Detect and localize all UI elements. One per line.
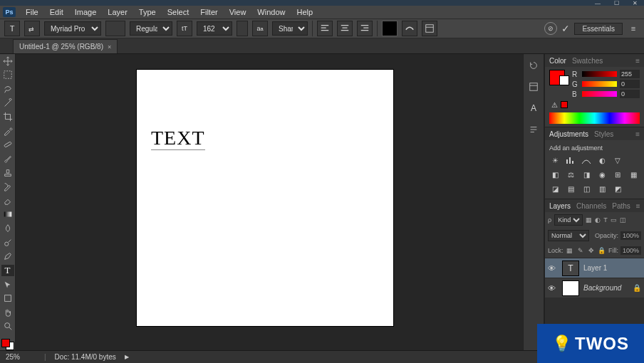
minimize-button[interactable]: — [593, 1, 603, 5]
font-size-select[interactable]: 162 pt [197, 21, 232, 36]
menu-image[interactable]: Image [69, 8, 103, 16]
r-slider[interactable] [582, 71, 617, 77]
menu-window[interactable]: Window [251, 8, 291, 16]
zoom-tool[interactable] [1, 321, 14, 332]
stamp-tool[interactable] [1, 167, 14, 179]
tab-close-button[interactable]: × [108, 43, 111, 51]
close-button[interactable]: ✕ [630, 1, 640, 5]
vibrance-button[interactable]: ▽ [612, 155, 623, 165]
menu-help[interactable]: Help [291, 8, 318, 16]
paragraph-panel-icon-button[interactable] [526, 122, 541, 137]
filter-kind-select[interactable]: Kind [554, 214, 583, 226]
hand-tool[interactable] [1, 307, 14, 318]
crop-tool[interactable] [1, 111, 14, 122]
b-slider[interactable] [582, 91, 617, 97]
lock-position-button[interactable]: ✥ [587, 246, 595, 256]
gradient-tool[interactable] [1, 209, 14, 221]
channels-tab[interactable]: Channels [576, 202, 606, 210]
wand-tool[interactable] [1, 98, 14, 109]
workspace-menu-button[interactable]: ≡ [627, 24, 640, 33]
bw-button[interactable]: ◨ [581, 169, 592, 179]
font-style-select[interactable]: Regular [130, 21, 172, 36]
panel-background-swatch[interactable] [559, 75, 569, 85]
warp-text-button[interactable] [402, 21, 417, 36]
gamut-warning-icon[interactable]: ⚠ [549, 100, 559, 110]
levels-button[interactable] [565, 155, 576, 165]
menu-edit[interactable]: Edit [44, 8, 69, 16]
blur-tool[interactable] [1, 223, 14, 234]
doc-info[interactable]: Doc: 11.4M/0 bytes [55, 353, 116, 361]
gradient-map-button[interactable]: ▥ [596, 184, 608, 194]
exposure-button[interactable]: ◐ [596, 155, 608, 165]
document-tab[interactable]: Untitled-1 @ 25% (RGB/8) × [13, 39, 118, 53]
hue-sat-button[interactable]: ◧ [549, 169, 561, 179]
history-panel-icon-button[interactable] [526, 58, 541, 73]
photo-filter-button[interactable]: ◉ [596, 169, 608, 179]
history-brush-tool[interactable] [1, 181, 14, 192]
menu-type[interactable]: Type [133, 8, 162, 16]
g-value[interactable]: 0 [620, 80, 640, 88]
panel-menu-button[interactable]: ≡ [636, 202, 640, 210]
layer-row-background[interactable]: 👁 Background 🔒 [545, 278, 644, 298]
align-center-button[interactable] [337, 21, 353, 36]
layer-thumbnail[interactable]: T [562, 261, 579, 276]
filter-type-icon[interactable]: T [603, 216, 608, 223]
layer-name[interactable]: Layer 1 [583, 264, 607, 272]
lasso-tool[interactable] [1, 83, 14, 95]
document-canvas[interactable]: TEXT [137, 70, 393, 326]
channel-mixer-button[interactable]: ⊞ [612, 169, 623, 179]
brightness-contrast-button[interactable]: ☀ [549, 155, 561, 165]
selective-color-button[interactable]: ◩ [612, 184, 623, 194]
brush-tool[interactable] [1, 153, 14, 164]
gamut-swatch[interactable] [561, 101, 568, 108]
panel-menu-button[interactable]: ≡ [635, 57, 640, 65]
b-value[interactable]: 0 [620, 90, 640, 98]
workspace-switcher[interactable]: Essentials [574, 23, 623, 35]
healing-tool[interactable] [1, 140, 14, 151]
antialias-select[interactable]: Sharp [272, 21, 308, 36]
filter-adj-icon[interactable]: ◐ [595, 216, 601, 223]
align-right-button[interactable] [357, 21, 373, 36]
pen-tool[interactable] [1, 251, 14, 262]
toggle-orientation-button[interactable]: ⇄ [24, 21, 40, 36]
panel-menu-button[interactable]: ≡ [635, 130, 640, 138]
filter-shape-icon[interactable]: ▭ [611, 216, 617, 223]
doc-info-dropdown[interactable]: ▶ [125, 354, 129, 360]
menu-layer[interactable]: Layer [102, 8, 133, 16]
maximize-button[interactable]: ☐ [611, 1, 621, 5]
foreground-swatch[interactable] [1, 339, 10, 347]
path-select-tool[interactable] [1, 279, 14, 290]
color-swatches[interactable] [1, 339, 14, 350]
menu-view[interactable]: View [224, 8, 252, 16]
threshold-button[interactable]: ◫ [581, 184, 592, 194]
color-spectrum[interactable] [549, 112, 640, 124]
font-family-select[interactable]: Myriad Pro [44, 21, 101, 36]
eraser-tool[interactable] [1, 195, 14, 206]
zoom-level[interactable]: 25% [6, 353, 36, 361]
type-tool[interactable]: T [1, 265, 14, 276]
posterize-button[interactable]: ▤ [565, 184, 576, 194]
visibility-toggle[interactable]: 👁 [548, 284, 558, 293]
layer-row-layer1[interactable]: 👁 T Layer 1 [545, 258, 644, 278]
properties-panel-icon-button[interactable] [526, 80, 541, 94]
fill-value[interactable]: 100% [620, 246, 641, 255]
font-size-dropdown-button[interactable] [237, 21, 248, 36]
opacity-value[interactable]: 100% [620, 231, 641, 240]
layer-name[interactable]: Background [583, 284, 621, 292]
color-tab[interactable]: Color [549, 57, 566, 65]
move-tool[interactable] [1, 56, 14, 67]
styles-tab[interactable]: Styles [594, 130, 613, 138]
adjustments-tab[interactable]: Adjustments [549, 130, 588, 138]
blend-mode-select[interactable]: Normal [548, 230, 589, 241]
lock-all-button[interactable]: 🔒 [598, 246, 606, 256]
cancel-edits-button[interactable]: ⊘ [544, 22, 557, 35]
r-value[interactable]: 255 [620, 70, 640, 78]
character-panel-icon-button[interactable]: A [526, 101, 541, 115]
swatches-tab[interactable]: Swatches [572, 57, 603, 65]
color-balance-button[interactable]: ⚖ [565, 169, 576, 179]
filter-pixel-icon[interactable]: ▦ [586, 216, 592, 223]
shape-tool[interactable] [1, 293, 14, 305]
menu-select[interactable]: Select [162, 8, 195, 16]
text-color-swatch[interactable] [382, 21, 398, 36]
layer-thumbnail[interactable] [562, 280, 579, 296]
